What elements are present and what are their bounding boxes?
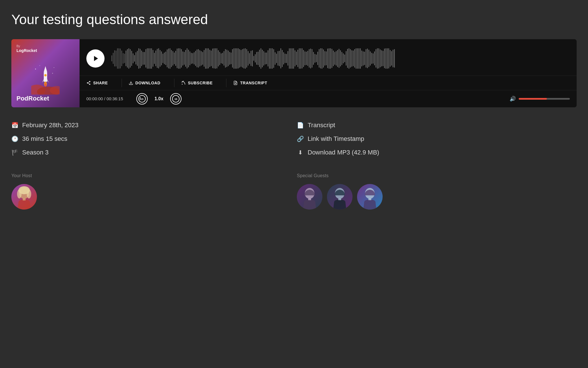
svg-point-31: [27, 189, 31, 198]
clock-icon: 🕐: [11, 135, 18, 142]
flag-icon: 🏴: [11, 149, 18, 156]
svg-point-30: [17, 189, 22, 198]
metadata-section: 📅 February 28th, 2023 🕐 36 mins 15 secs …: [11, 122, 577, 156]
download-button[interactable]: DOWNLOAD: [129, 81, 167, 85]
guests-label: Special Guests: [297, 173, 577, 178]
svg-point-12: [39, 65, 40, 66]
cover-brand-name: LogRocket: [16, 48, 37, 53]
svg-text:15: 15: [141, 98, 143, 101]
rocket-illustration: [31, 63, 60, 95]
svg-line-19: [88, 82, 89, 83]
svg-marker-6: [47, 79, 49, 83]
podcast-cover: By LogRocket PodRocket: [11, 39, 80, 107]
player-controls: SHARE DOWNLOAD SUBSCRIBE: [80, 39, 577, 107]
guests-section: Special Guests: [291, 173, 577, 210]
guest2-silhouette: [327, 184, 353, 210]
svg-point-7: [44, 74, 47, 76]
svg-point-21: [182, 84, 183, 85]
page-title: Your testing questions answered: [11, 11, 577, 28]
svg-marker-5: [42, 79, 44, 83]
download-icon: [129, 81, 133, 85]
date-item: 📅 February 28th, 2023: [11, 122, 291, 129]
guest1-silhouette: [297, 184, 322, 210]
player-top-row: [80, 39, 577, 76]
host-avatar: [11, 184, 37, 210]
svg-rect-36: [338, 198, 341, 200]
player-bottom-row: 00:00:00 / 00:36:15 15 1.0x 15: [80, 90, 577, 107]
svg-marker-4: [44, 66, 47, 72]
separator: [226, 79, 226, 87]
calendar-icon: 📅: [11, 122, 18, 129]
forward-icon: 15: [172, 95, 180, 103]
svg-point-13: [52, 73, 53, 74]
host-avatars: [11, 184, 291, 210]
host-avatar-silhouette: [11, 184, 37, 210]
share-icon: [86, 81, 91, 85]
svg-point-11: [54, 67, 54, 68]
host-section: Your Host: [11, 173, 291, 210]
svg-text:15: 15: [174, 98, 177, 101]
download-mp3-link[interactable]: ⬇ Download MP3 (42.9 MB): [297, 149, 577, 156]
svg-marker-14: [94, 56, 98, 61]
svg-point-15: [89, 81, 90, 82]
transcript-link-icon: 📄: [297, 122, 304, 129]
volume-icon: 🔊: [510, 96, 516, 102]
people-section: Your Host Special Guests: [11, 173, 577, 210]
cover-by-label: By: [16, 44, 20, 48]
guest-avatar-3: [357, 184, 383, 210]
guest-avatars: [297, 184, 577, 210]
svg-rect-3: [44, 72, 47, 82]
share-button[interactable]: SHARE: [86, 81, 115, 85]
transcript-button[interactable]: TRANSCRIPT: [233, 81, 274, 85]
transcript-icon: [233, 81, 238, 85]
svg-point-10: [35, 68, 36, 69]
svg-rect-38: [368, 198, 371, 200]
podcast-player: By LogRocket PodRocket: [11, 39, 577, 107]
svg-rect-32: [23, 198, 26, 200]
subscribe-icon: [181, 81, 186, 85]
speed-button[interactable]: 1.0x: [152, 96, 166, 101]
time-display: 00:00:00 / 00:36:15: [86, 96, 132, 101]
play-icon: [93, 55, 99, 62]
season-item: 🏴 Season 3: [11, 149, 291, 156]
timestamp-link[interactable]: 🔗 Link with Timestamp: [297, 135, 577, 143]
metadata-left: 📅 February 28th, 2023 🕐 36 mins 15 secs …: [11, 122, 291, 156]
guest-avatar-1: [297, 184, 322, 210]
volume-control[interactable]: 🔊: [510, 96, 570, 102]
rewind-icon: 15: [138, 95, 146, 103]
separator: [174, 79, 174, 87]
duration-item: 🕐 36 mins 15 secs: [11, 135, 291, 143]
separator: [122, 79, 122, 87]
player-action-row: SHARE DOWNLOAD SUBSCRIBE: [80, 76, 577, 90]
forward-button[interactable]: 15: [170, 93, 182, 104]
svg-rect-34: [308, 198, 311, 200]
rewind-button[interactable]: 15: [136, 93, 148, 104]
volume-fill: [519, 98, 547, 100]
svg-point-17: [89, 83, 90, 85]
subscribe-button[interactable]: SUBSCRIBE: [181, 81, 220, 85]
download-mp3-icon: ⬇: [297, 149, 304, 156]
host-label: Your Host: [11, 173, 291, 178]
transcript-link[interactable]: 📄 Transcript: [297, 122, 577, 129]
metadata-right: 📄 Transcript 🔗 Link with Timestamp ⬇ Dow…: [291, 122, 577, 156]
svg-line-18: [88, 83, 89, 84]
guest3-silhouette: [357, 184, 383, 210]
svg-point-9: [45, 83, 46, 87]
play-button[interactable]: [86, 49, 105, 68]
cover-podcast-name: PodRocket: [16, 95, 49, 102]
svg-point-16: [87, 82, 88, 83]
guest-avatar-2: [327, 184, 353, 210]
waveform[interactable]: [111, 47, 570, 70]
link-icon: 🔗: [297, 135, 304, 142]
volume-track[interactable]: [519, 98, 570, 100]
